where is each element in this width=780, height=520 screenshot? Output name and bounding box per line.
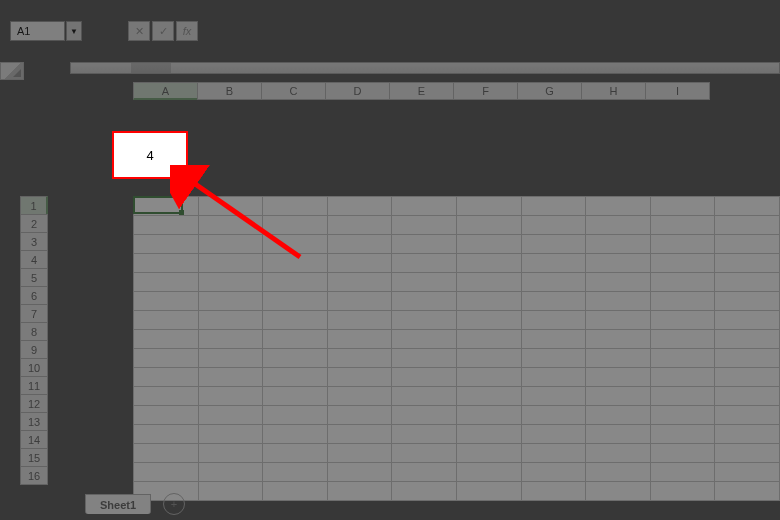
row-header-2[interactable]: 2 [20, 214, 48, 233]
row-headers: 1 2 3 4 5 6 7 8 9 10 11 12 13 14 15 16 [20, 196, 48, 484]
col-header-b[interactable]: B [197, 82, 262, 100]
column-headers: A B C D E F G H I [133, 82, 709, 100]
add-sheet-button[interactable]: + [163, 493, 185, 515]
row-header-13[interactable]: 13 [20, 412, 48, 431]
row-header-11[interactable]: 11 [20, 376, 48, 395]
name-box-dropdown[interactable]: ▼ [66, 21, 82, 41]
row-header-12[interactable]: 12 [20, 394, 48, 413]
select-all-corner[interactable] [0, 62, 24, 80]
col-header-d[interactable]: D [325, 82, 390, 100]
row-header-1[interactable]: 1 [20, 196, 48, 215]
fx-confirm-button[interactable]: ✓ [152, 21, 174, 41]
callout-box: 4 [112, 131, 188, 179]
row-header-14[interactable]: 14 [20, 430, 48, 449]
col-header-a[interactable]: A [133, 82, 198, 100]
col-header-h[interactable]: H [581, 82, 646, 100]
active-cell-a1[interactable] [133, 196, 183, 214]
row-header-3[interactable]: 3 [20, 232, 48, 251]
row-header-15[interactable]: 15 [20, 448, 48, 467]
col-header-e[interactable]: E [389, 82, 454, 100]
fx-cancel-button[interactable]: ✕ [128, 21, 150, 41]
sheet-tabs: Sheet1 + [85, 493, 185, 515]
sheet-tab-active[interactable]: Sheet1 [85, 494, 151, 514]
horizontal-ruler [70, 62, 780, 74]
row-header-16[interactable]: 16 [20, 466, 48, 485]
row-header-6[interactable]: 6 [20, 286, 48, 305]
row-header-7[interactable]: 7 [20, 304, 48, 323]
fx-insert-button[interactable]: fx [176, 21, 198, 41]
row-header-9[interactable]: 9 [20, 340, 48, 359]
spreadsheet-grid[interactable] [133, 196, 780, 501]
col-header-g[interactable]: G [517, 82, 582, 100]
row-header-10[interactable]: 10 [20, 358, 48, 377]
col-header-c[interactable]: C [261, 82, 326, 100]
row-header-8[interactable]: 8 [20, 322, 48, 341]
row-header-5[interactable]: 5 [20, 268, 48, 287]
name-box[interactable]: A1 [10, 21, 65, 41]
col-header-i[interactable]: I [645, 82, 710, 100]
col-header-f[interactable]: F [453, 82, 518, 100]
row-header-4[interactable]: 4 [20, 250, 48, 269]
